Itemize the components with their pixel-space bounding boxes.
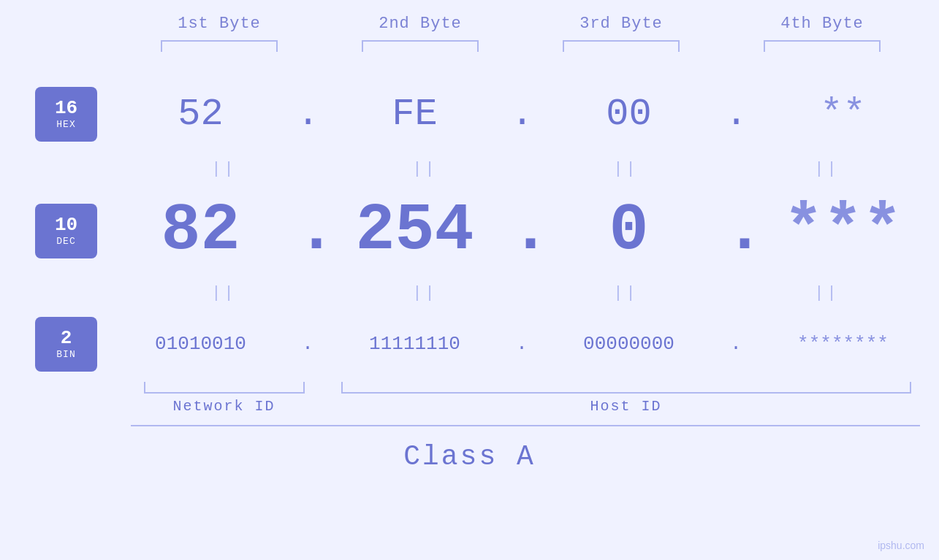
bin-badge: 2 BIN — [35, 317, 97, 372]
hex-b3-cell: 00 — [533, 93, 725, 136]
eq1-b3: || — [525, 160, 726, 178]
bracket-line-4 — [764, 40, 881, 52]
equals-row-1: || || || || — [123, 154, 927, 183]
hex-badge: 16 HEX — [35, 87, 97, 142]
hex-badge-label: HEX — [56, 119, 75, 130]
dec-b3: 0 — [609, 193, 648, 268]
dec-b1: 82 — [161, 193, 240, 268]
bracket-line-1 — [161, 40, 278, 52]
hex-badge-num: 16 — [55, 98, 77, 119]
hex-dot-2: . — [511, 93, 533, 136]
hex-b4-cell: ** — [747, 93, 939, 136]
dec-b1-cell: 82 — [104, 193, 297, 268]
id-labels-row: Network ID Host ID — [123, 398, 927, 415]
host-bracket-cell — [324, 382, 927, 394]
class-label: Class A — [0, 441, 939, 472]
byte1-header: 1st Byte — [119, 15, 320, 33]
hex-dot-3: . — [725, 93, 747, 136]
watermark: ipshu.com — [878, 540, 924, 551]
dec-badge-num: 10 — [55, 215, 77, 236]
hex-b1: 52 — [178, 93, 223, 136]
eq1-b2: || — [324, 160, 525, 178]
bin-badge-label: BIN — [56, 349, 75, 360]
bin-b3-cell: 00000000 — [533, 333, 725, 355]
bracket-cell-3 — [521, 40, 722, 52]
dec-badge: 10 DEC — [35, 204, 97, 258]
bottom-rule — [131, 425, 920, 426]
hex-row: 16 HEX 52 . FE . 00 . ** — [0, 74, 939, 154]
dec-b2: 254 — [355, 193, 474, 268]
hex-b2: FE — [392, 93, 437, 136]
bin-b1: 01010010 — [155, 333, 246, 355]
bracket-line-3 — [563, 40, 680, 52]
hex-b1-cell: 52 — [104, 93, 297, 136]
bin-b1-cell: 01010010 — [104, 333, 297, 355]
byte2-header: 2nd Byte — [320, 15, 521, 33]
bin-b4: ******** — [797, 333, 889, 355]
bin-dot-1: . — [297, 333, 319, 355]
dec-dot-2: . — [511, 204, 533, 257]
bracket-cell-2 — [320, 40, 521, 52]
hex-values: 52 . FE . 00 . ** — [104, 93, 939, 136]
dec-dot-3: . — [725, 204, 747, 257]
eq2-b4: || — [726, 284, 927, 302]
bin-dot-2: . — [511, 333, 533, 355]
dec-dot-1: . — [297, 204, 319, 257]
dec-badge-label: DEC — [56, 236, 75, 247]
main-container: 1st Byte 2nd Byte 3rd Byte 4th Byte 16 H… — [0, 0, 939, 560]
network-id-label: Network ID — [123, 398, 324, 415]
network-bracket-cell — [123, 382, 324, 394]
bin-row: 2 BIN 01010010 . 11111110 . 00000000 . *… — [0, 307, 939, 380]
bin-b4-cell: ******** — [747, 333, 939, 355]
eq1-b4: || — [726, 160, 927, 178]
hex-b2-cell: FE — [319, 93, 511, 136]
bin-values: 01010010 . 11111110 . 00000000 . *******… — [104, 333, 939, 355]
dec-b4-cell: *** — [747, 193, 939, 268]
equals-row-2: || || || || — [123, 278, 927, 307]
host-bracket-line — [341, 382, 911, 394]
eq2-b2: || — [324, 284, 525, 302]
host-id-label: Host ID — [324, 398, 927, 415]
bottom-brackets-container — [123, 382, 927, 394]
top-brackets — [119, 40, 923, 52]
network-bracket-line — [144, 382, 305, 394]
byte-headers-row: 1st Byte 2nd Byte 3rd Byte 4th Byte — [119, 15, 923, 33]
byte3-header: 3rd Byte — [521, 15, 722, 33]
hex-b3: 00 — [606, 93, 651, 136]
bracket-cell-1 — [119, 40, 320, 52]
bin-badge-num: 2 — [61, 328, 72, 349]
dec-b2-cell: 254 — [319, 193, 511, 268]
byte4-header: 4th Byte — [722, 15, 923, 33]
dec-b3-cell: 0 — [533, 193, 725, 268]
bin-b2: 11111110 — [369, 333, 460, 355]
bin-dot-3: . — [725, 333, 747, 355]
hex-b4: ** — [820, 93, 865, 136]
hex-dot-1: . — [297, 93, 319, 136]
dec-row: 10 DEC 82 . 254 . 0 . *** — [0, 183, 939, 278]
bin-b2-cell: 11111110 — [319, 333, 511, 355]
dec-b4: *** — [783, 193, 902, 268]
dec-values: 82 . 254 . 0 . *** — [104, 193, 939, 268]
eq2-b1: || — [123, 284, 324, 302]
bracket-line-2 — [362, 40, 479, 52]
bin-b3: 00000000 — [583, 333, 674, 355]
eq1-b1: || — [123, 160, 324, 178]
eq2-b3: || — [525, 284, 726, 302]
bracket-cell-4 — [722, 40, 923, 52]
